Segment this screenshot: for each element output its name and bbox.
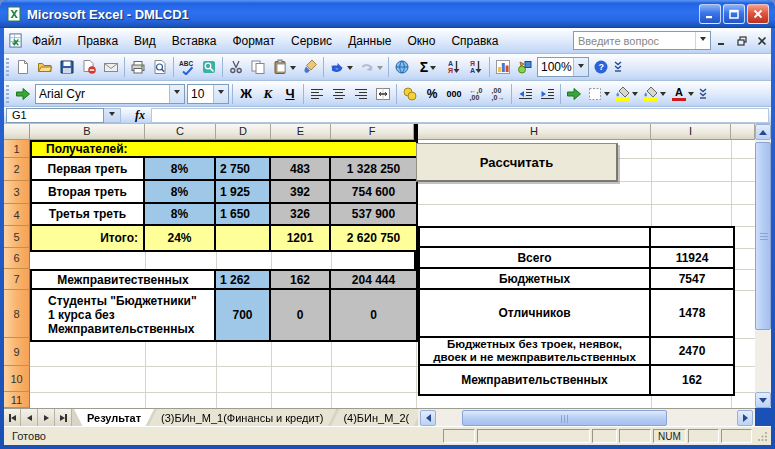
cell-F3[interactable]: 754 600: [331, 181, 416, 204]
maximize-button[interactable]: [723, 4, 745, 24]
formula-input[interactable]: [151, 108, 769, 123]
cell-E3[interactable]: 392: [271, 181, 331, 204]
horizontal-scrollbar[interactable]: [418, 409, 755, 426]
cell-E2[interactable]: 483: [271, 158, 331, 181]
doc-minimize-button[interactable]: [713, 32, 731, 50]
cell-H5[interactable]: [420, 228, 651, 248]
scroll-up-icon[interactable]: [755, 124, 771, 140]
print-preview-button[interactable]: [149, 56, 171, 78]
menu-window[interactable]: Окно: [399, 30, 443, 52]
new-button[interactable]: [12, 56, 34, 78]
cell-I10[interactable]: 162: [651, 366, 733, 394]
cell-H10[interactable]: Межправительственных: [420, 366, 651, 394]
cell-F2[interactable]: 1 328 250: [331, 158, 416, 181]
research-button[interactable]: [198, 56, 220, 78]
cell-D3[interactable]: 1 925: [216, 181, 271, 204]
borders-dropdown-icon[interactable]: [604, 92, 610, 99]
cell-D8[interactable]: 700: [216, 290, 271, 340]
email-button[interactable]: [100, 56, 122, 78]
font-color-button[interactable]: A: [669, 83, 697, 105]
row-header-5[interactable]: 5: [4, 226, 30, 248]
undo-button[interactable]: [326, 56, 356, 78]
cell-F8[interactable]: 0: [331, 290, 416, 340]
menu-insert[interactable]: Вставка: [164, 30, 225, 52]
row-header-8[interactable]: 8: [4, 290, 30, 338]
cell-D2[interactable]: 2 750: [216, 158, 271, 181]
increase-decimal-button[interactable]: ←,0,00: [465, 83, 487, 105]
sheet-tab-bin-m2[interactable]: (4)БИн_М_2(: [330, 409, 422, 427]
chart-wizard-button[interactable]: [492, 56, 514, 78]
currency-button[interactable]: [399, 83, 421, 105]
sort-descending-button[interactable]: ЯА: [465, 56, 487, 78]
drawing-button[interactable]: [514, 56, 536, 78]
font-dropdown-icon[interactable]: [174, 90, 180, 97]
cell-B2[interactable]: Первая треть: [32, 158, 145, 181]
cell-I9[interactable]: 2470: [651, 338, 733, 366]
menu-format[interactable]: Формат: [224, 30, 283, 52]
cell-H9[interactable]: Бюджетных без троек, неявок, двоек и не …: [420, 338, 651, 366]
close-button[interactable]: [747, 4, 769, 24]
menu-file[interactable]: Файл: [24, 30, 70, 52]
cell-B5[interactable]: Итого:: [32, 226, 145, 250]
decrease-decimal-button[interactable]: ,00,0→: [487, 83, 509, 105]
cell-C5[interactable]: 24%: [145, 226, 216, 250]
last-sheet-icon[interactable]: [55, 409, 72, 426]
horizontal-scroll-thumb[interactable]: [462, 410, 667, 426]
row-header-10[interactable]: 10: [4, 366, 30, 392]
workbook-icon[interactable]: [6, 32, 24, 50]
column-header-partial[interactable]: [731, 124, 755, 140]
fill-color-button-2[interactable]: [641, 83, 669, 105]
column-header-B[interactable]: B: [30, 124, 145, 140]
cell-D4[interactable]: 1 650: [216, 204, 271, 226]
select-all-corner[interactable]: [4, 124, 30, 140]
fill-color-dropdown-icon[interactable]: [632, 92, 638, 99]
zoom-combobox[interactable]: 100%: [537, 57, 589, 77]
size-dropdown-icon[interactable]: [218, 90, 224, 97]
sort-ascending-button[interactable]: АЯ: [443, 56, 465, 78]
fill-color-dropdown-icon[interactable]: [660, 92, 666, 99]
align-right-button[interactable]: [350, 83, 372, 105]
font-size-combobox[interactable]: 10: [187, 84, 229, 104]
cell-F4[interactable]: 537 900: [331, 204, 416, 226]
minimize-button[interactable]: [699, 4, 721, 24]
name-box[interactable]: G1: [6, 108, 104, 123]
sheet-tab-bin-m1[interactable]: (3)БИн_М_1(Финансы и кредит): [148, 409, 336, 427]
cell-B4[interactable]: Третья треть: [32, 204, 145, 226]
cell-B8[interactable]: Студенты "Бюджетники" 1 курса без Межпра…: [32, 290, 216, 340]
comma-style-button[interactable]: 000: [443, 83, 465, 105]
hyperlink-button[interactable]: [391, 56, 413, 78]
autosum-button[interactable]: Σ: [413, 56, 443, 78]
next-sheet-icon[interactable]: [38, 409, 55, 426]
menu-view[interactable]: Вид: [126, 30, 164, 52]
row-header-7[interactable]: 7: [4, 269, 30, 290]
redo-button[interactable]: [356, 56, 386, 78]
question-box[interactable]: Введите вопрос: [573, 31, 711, 50]
cell-F5[interactable]: 2 620 750: [331, 226, 416, 250]
column-header-D[interactable]: D: [216, 124, 271, 140]
undo-dropdown-icon[interactable]: [347, 66, 353, 73]
paste-button[interactable]: [269, 56, 299, 78]
vertical-scroll-thumb[interactable]: [755, 142, 771, 330]
cell-H8[interactable]: Отличников: [420, 290, 651, 338]
first-sheet-icon[interactable]: [4, 409, 21, 426]
decrease-indent-button[interactable]: [514, 83, 536, 105]
cell-D5[interactable]: [216, 226, 271, 250]
menu-data[interactable]: Данные: [340, 30, 399, 52]
row-header-11[interactable]: 11: [4, 392, 30, 408]
cell-I5[interactable]: [651, 228, 733, 248]
bold-button[interactable]: Ж: [235, 83, 257, 105]
scroll-right-icon[interactable]: [737, 410, 753, 426]
paste-dropdown-icon[interactable]: [290, 66, 296, 73]
help-button[interactable]: ?: [590, 56, 612, 78]
cell-B3[interactable]: Вторая треть: [32, 181, 145, 204]
italic-button[interactable]: К: [257, 83, 279, 105]
cell-B1[interactable]: Получателей:: [32, 142, 416, 158]
question-dropdown-icon[interactable]: [695, 32, 710, 49]
font-name-combobox[interactable]: Arial Cyr: [35, 84, 185, 104]
format-painter-button[interactable]: [299, 56, 321, 78]
toolbar-grip[interactable]: [6, 58, 9, 76]
cell-I7[interactable]: 7547: [651, 269, 733, 290]
toolbar-grip[interactable]: [6, 85, 9, 103]
merge-center-button[interactable]: [372, 83, 394, 105]
align-center-button[interactable]: [328, 83, 350, 105]
